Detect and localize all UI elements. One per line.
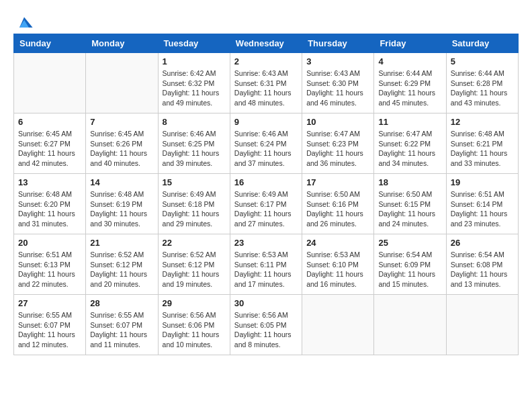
day-number: 3	[306, 56, 369, 66]
calendar-cell: 16Sunrise: 6:49 AM Sunset: 6:17 PM Dayli…	[230, 174, 302, 234]
day-number: 30	[234, 298, 298, 308]
calendar-cell: 1Sunrise: 6:42 AM Sunset: 6:32 PM Daylig…	[158, 53, 230, 113]
calendar-header-sunday: Sunday	[14, 34, 86, 53]
day-number: 14	[90, 177, 153, 187]
day-number: 6	[18, 117, 81, 127]
day-detail: Sunrise: 6:44 AM Sunset: 6:28 PM Dayligh…	[451, 68, 514, 108]
calendar-cell: 23Sunrise: 6:53 AM Sunset: 6:11 PM Dayli…	[230, 234, 302, 295]
day-number: 19	[451, 177, 514, 187]
day-detail: Sunrise: 6:44 AM Sunset: 6:29 PM Dayligh…	[378, 68, 441, 108]
calendar-cell	[446, 295, 518, 355]
calendar-cell: 5Sunrise: 6:44 AM Sunset: 6:28 PM Daylig…	[446, 53, 518, 113]
calendar-header-tuesday: Tuesday	[158, 34, 230, 53]
calendar-cell: 6Sunrise: 6:45 AM Sunset: 6:27 PM Daylig…	[14, 113, 86, 174]
calendar-cell: 24Sunrise: 6:53 AM Sunset: 6:10 PM Dayli…	[302, 234, 374, 295]
day-number: 18	[378, 177, 441, 187]
calendar-cell: 12Sunrise: 6:48 AM Sunset: 6:21 PM Dayli…	[446, 113, 518, 174]
logo	[13, 13, 34, 27]
day-number: 29	[163, 298, 226, 308]
calendar-table: SundayMondayTuesdayWednesdayThursdayFrid…	[13, 34, 519, 355]
calendar-cell: 19Sunrise: 6:51 AM Sunset: 6:14 PM Dayli…	[446, 174, 518, 234]
calendar-header-saturday: Saturday	[446, 34, 518, 53]
calendar-header-friday: Friday	[374, 34, 446, 53]
day-number: 12	[451, 117, 514, 127]
day-number: 25	[378, 238, 441, 248]
logo-icon	[15, 13, 34, 32]
day-detail: Sunrise: 6:53 AM Sunset: 6:10 PM Dayligh…	[306, 250, 369, 289]
calendar-cell: 11Sunrise: 6:47 AM Sunset: 6:22 PM Dayli…	[374, 113, 446, 174]
day-detail: Sunrise: 6:46 AM Sunset: 6:25 PM Dayligh…	[163, 129, 226, 169]
day-number: 2	[234, 56, 298, 66]
calendar-cell: 17Sunrise: 6:50 AM Sunset: 6:16 PM Dayli…	[302, 174, 374, 234]
day-detail: Sunrise: 6:54 AM Sunset: 6:09 PM Dayligh…	[378, 250, 441, 289]
day-detail: Sunrise: 6:50 AM Sunset: 6:15 PM Dayligh…	[378, 189, 441, 229]
day-number: 22	[163, 238, 226, 248]
calendar-header-row: SundayMondayTuesdayWednesdayThursdayFrid…	[14, 34, 519, 53]
day-detail: Sunrise: 6:49 AM Sunset: 6:17 PM Dayligh…	[234, 189, 298, 229]
day-detail: Sunrise: 6:47 AM Sunset: 6:22 PM Dayligh…	[378, 129, 441, 169]
day-number: 13	[18, 177, 81, 187]
calendar-cell: 7Sunrise: 6:45 AM Sunset: 6:26 PM Daylig…	[86, 113, 158, 174]
day-detail: Sunrise: 6:45 AM Sunset: 6:26 PM Dayligh…	[90, 129, 153, 169]
day-number: 4	[378, 56, 441, 66]
calendar-cell: 22Sunrise: 6:52 AM Sunset: 6:12 PM Dayli…	[158, 234, 230, 295]
day-detail: Sunrise: 6:56 AM Sunset: 6:05 PM Dayligh…	[234, 310, 298, 350]
calendar-header-wednesday: Wednesday	[230, 34, 302, 53]
day-number: 17	[306, 177, 369, 187]
calendar-cell: 27Sunrise: 6:55 AM Sunset: 6:07 PM Dayli…	[14, 295, 86, 355]
calendar-cell: 26Sunrise: 6:54 AM Sunset: 6:08 PM Dayli…	[446, 234, 518, 295]
calendar-cell: 3Sunrise: 6:43 AM Sunset: 6:30 PM Daylig…	[302, 53, 374, 113]
calendar-cell	[302, 295, 374, 355]
day-detail: Sunrise: 6:51 AM Sunset: 6:13 PM Dayligh…	[18, 250, 81, 289]
day-number: 26	[451, 238, 514, 248]
day-detail: Sunrise: 6:42 AM Sunset: 6:32 PM Dayligh…	[163, 68, 226, 108]
calendar-cell: 25Sunrise: 6:54 AM Sunset: 6:09 PM Dayli…	[374, 234, 446, 295]
day-detail: Sunrise: 6:47 AM Sunset: 6:23 PM Dayligh…	[306, 129, 369, 169]
calendar-cell: 14Sunrise: 6:48 AM Sunset: 6:19 PM Dayli…	[86, 174, 158, 234]
day-detail: Sunrise: 6:54 AM Sunset: 6:08 PM Dayligh…	[451, 250, 514, 289]
calendar-cell: 18Sunrise: 6:50 AM Sunset: 6:15 PM Dayli…	[374, 174, 446, 234]
calendar-week-5: 27Sunrise: 6:55 AM Sunset: 6:07 PM Dayli…	[14, 295, 519, 355]
day-number: 15	[163, 177, 226, 187]
calendar-week-3: 13Sunrise: 6:48 AM Sunset: 6:20 PM Dayli…	[14, 174, 519, 234]
day-detail: Sunrise: 6:52 AM Sunset: 6:12 PM Dayligh…	[90, 250, 153, 289]
calendar-cell: 15Sunrise: 6:49 AM Sunset: 6:18 PM Dayli…	[158, 174, 230, 234]
day-number: 11	[378, 117, 441, 127]
calendar-header-monday: Monday	[86, 34, 158, 53]
day-detail: Sunrise: 6:43 AM Sunset: 6:30 PM Dayligh…	[306, 68, 369, 108]
day-detail: Sunrise: 6:53 AM Sunset: 6:11 PM Dayligh…	[234, 250, 298, 289]
calendar-cell: 2Sunrise: 6:43 AM Sunset: 6:31 PM Daylig…	[230, 53, 302, 113]
calendar-week-1: 1Sunrise: 6:42 AM Sunset: 6:32 PM Daylig…	[14, 53, 519, 113]
calendar-cell	[374, 295, 446, 355]
day-number: 21	[90, 238, 153, 248]
day-detail: Sunrise: 6:46 AM Sunset: 6:24 PM Dayligh…	[234, 129, 298, 169]
day-detail: Sunrise: 6:48 AM Sunset: 6:21 PM Dayligh…	[451, 129, 514, 169]
day-number: 7	[90, 117, 153, 127]
calendar-cell: 10Sunrise: 6:47 AM Sunset: 6:23 PM Dayli…	[302, 113, 374, 174]
calendar-cell: 29Sunrise: 6:56 AM Sunset: 6:06 PM Dayli…	[158, 295, 230, 355]
day-number: 5	[451, 56, 514, 66]
calendar-cell: 28Sunrise: 6:55 AM Sunset: 6:07 PM Dayli…	[86, 295, 158, 355]
day-number: 20	[18, 238, 81, 248]
day-number: 28	[90, 298, 153, 308]
day-detail: Sunrise: 6:51 AM Sunset: 6:14 PM Dayligh…	[451, 189, 514, 229]
calendar-cell: 8Sunrise: 6:46 AM Sunset: 6:25 PM Daylig…	[158, 113, 230, 174]
calendar-cell: 21Sunrise: 6:52 AM Sunset: 6:12 PM Dayli…	[86, 234, 158, 295]
day-detail: Sunrise: 6:55 AM Sunset: 6:07 PM Dayligh…	[90, 310, 153, 350]
day-number: 16	[234, 177, 298, 187]
calendar-cell: 13Sunrise: 6:48 AM Sunset: 6:20 PM Dayli…	[14, 174, 86, 234]
calendar-cell: 20Sunrise: 6:51 AM Sunset: 6:13 PM Dayli…	[14, 234, 86, 295]
calendar-cell	[86, 53, 158, 113]
day-number: 23	[234, 238, 298, 248]
day-number: 9	[234, 117, 298, 127]
calendar-week-4: 20Sunrise: 6:51 AM Sunset: 6:13 PM Dayli…	[14, 234, 519, 295]
header	[13, 13, 519, 27]
calendar-cell: 9Sunrise: 6:46 AM Sunset: 6:24 PM Daylig…	[230, 113, 302, 174]
day-detail: Sunrise: 6:45 AM Sunset: 6:27 PM Dayligh…	[18, 129, 81, 169]
day-number: 24	[306, 238, 369, 248]
day-detail: Sunrise: 6:55 AM Sunset: 6:07 PM Dayligh…	[18, 310, 81, 350]
day-detail: Sunrise: 6:52 AM Sunset: 6:12 PM Dayligh…	[163, 250, 226, 289]
calendar-cell: 4Sunrise: 6:44 AM Sunset: 6:29 PM Daylig…	[374, 53, 446, 113]
day-detail: Sunrise: 6:48 AM Sunset: 6:20 PM Dayligh…	[18, 189, 81, 229]
day-detail: Sunrise: 6:50 AM Sunset: 6:16 PM Dayligh…	[306, 189, 369, 229]
